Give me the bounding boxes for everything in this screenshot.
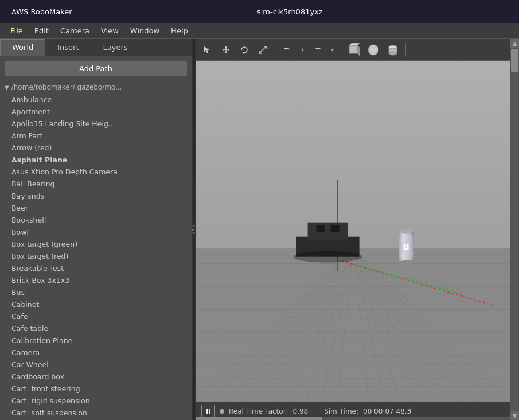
- scroll-thumb[interactable]: [511, 49, 518, 72]
- tab-world[interactable]: World: [0, 39, 45, 56]
- redo-button[interactable]: [309, 42, 326, 58]
- toolbar: ▾ ▾: [196, 39, 510, 61]
- menu-edit[interactable]: Edit: [29, 25, 54, 36]
- progress-bar: [196, 417, 322, 420]
- titlebar: AWS RoboMaker sim-clk5rh081yxz: [0, 0, 519, 23]
- model-bus[interactable]: Bus: [0, 286, 192, 298]
- path-item[interactable]: ▼ /home/robomaker/.gazebo/mo...: [0, 81, 192, 94]
- toolbar-separator-1: [275, 43, 275, 57]
- right-scrollbar[interactable]: ▲ ▼: [510, 39, 519, 420]
- model-cart-front[interactable]: Cart: front steering: [0, 383, 192, 395]
- model-breakable-test[interactable]: Breakable Test: [0, 262, 192, 274]
- model-brick-box[interactable]: Brick Box 3x1x3: [0, 274, 192, 286]
- translate-tool-button[interactable]: [217, 42, 235, 58]
- sim-time-value: 00 00:07 48.3: [363, 407, 411, 415]
- menu-camera[interactable]: Camera: [54, 25, 95, 36]
- model-apartment[interactable]: Apartment: [0, 106, 192, 118]
- svg-marker-5: [349, 43, 360, 45]
- cube-button[interactable]: [345, 42, 363, 58]
- sim-time-label: Sim Time:: [324, 407, 358, 415]
- model-list: ▼ /home/robomaker/.gazebo/mo... Ambulanc…: [0, 81, 192, 420]
- model-arm-part[interactable]: Arm Part: [0, 130, 192, 142]
- status-bar: ⏸ Real Time Factor: 0.98 Sim Time: 00 00…: [196, 402, 510, 420]
- menu-view[interactable]: View: [95, 25, 124, 36]
- real-time-value: 0.98: [292, 407, 308, 415]
- svg-point-11: [389, 52, 397, 55]
- model-bookshelf[interactable]: Bookshelf: [0, 214, 192, 226]
- app-name: AWS RoboMaker: [11, 7, 72, 16]
- sim-id: sim-clk5rh081yxz: [257, 7, 323, 16]
- toolbar-separator-2: [341, 43, 341, 57]
- model-calibration-plane[interactable]: Calibration Plane: [0, 335, 192, 347]
- model-baylands[interactable]: Baylands: [0, 190, 192, 202]
- model-cart-rigid[interactable]: Cart: rigid suspension: [0, 395, 192, 407]
- redo-dropdown[interactable]: ▾: [327, 42, 337, 58]
- scroll-down-button[interactable]: ▼: [510, 411, 519, 420]
- viewport-canvas: [196, 61, 510, 402]
- status-indicator: [220, 409, 224, 414]
- model-cafe[interactable]: Cafe: [0, 310, 192, 322]
- add-path-button[interactable]: Add Path: [5, 61, 187, 76]
- model-apollo15[interactable]: Apollo15 Landing Site Heig...: [0, 118, 192, 130]
- model-car-wheel[interactable]: Car Wheel: [0, 359, 192, 371]
- svg-point-6: [368, 45, 378, 55]
- model-box-target-green[interactable]: Box target (green): [0, 238, 192, 250]
- model-camera[interactable]: Camera: [0, 347, 192, 359]
- menu-help[interactable]: Help: [165, 25, 194, 36]
- main-layout: World Insert Layers Add Path ▼ /home/rob…: [0, 39, 519, 420]
- expand-arrow: ▼: [5, 84, 9, 91]
- svg-rect-3: [349, 45, 357, 53]
- svg-line-2: [259, 46, 266, 53]
- model-ball-bearing[interactable]: Ball Bearing: [0, 178, 192, 190]
- path-label: /home/robomaker/.gazebo/mo...: [11, 83, 122, 91]
- model-arrow-red[interactable]: Arrow (red): [0, 142, 192, 154]
- tab-layers[interactable]: Layers: [91, 39, 140, 56]
- toolbar-separator-3: [405, 43, 406, 57]
- svg-point-10: [389, 45, 397, 49]
- model-box-target-red[interactable]: Box target (red): [0, 250, 192, 262]
- select-tool-button[interactable]: [199, 42, 216, 58]
- left-panel: World Insert Layers Add Path ▼ /home/rob…: [0, 39, 192, 420]
- menu-file[interactable]: File: [5, 25, 29, 36]
- rotate-tool-button[interactable]: [236, 42, 253, 58]
- model-beer[interactable]: Beer: [0, 202, 192, 214]
- sphere-button[interactable]: [364, 42, 383, 58]
- real-time-label: Real Time Factor:: [229, 407, 288, 415]
- model-asphalt-plane[interactable]: Asphalt Plane: [0, 154, 192, 166]
- viewport[interactable]: [196, 61, 510, 402]
- scale-tool-button[interactable]: [254, 42, 271, 58]
- model-cabinet[interactable]: Cabinet: [0, 298, 192, 310]
- menubar: File Edit Camera View Window Help: [0, 23, 519, 39]
- model-cafe-table[interactable]: Cafe table: [0, 322, 192, 335]
- undo-button[interactable]: [279, 42, 296, 58]
- undo-dropdown[interactable]: ▾: [297, 42, 307, 58]
- model-cardboard-box[interactable]: Cardboard box: [0, 371, 192, 383]
- right-panel: ▾ ▾: [196, 39, 510, 420]
- model-asus-camera[interactable]: Asus Xtion Pro Depth Camera: [0, 166, 192, 178]
- menu-window[interactable]: Window: [124, 25, 165, 36]
- model-ambulance[interactable]: Ambulance: [0, 94, 192, 106]
- cylinder-button[interactable]: [384, 42, 402, 58]
- scroll-up-button[interactable]: ▲: [510, 39, 519, 48]
- tab-bar: World Insert Layers: [0, 39, 192, 56]
- model-cart-soft[interactable]: Cart: soft suspension: [0, 407, 192, 419]
- model-bowl[interactable]: Bowl: [0, 226, 192, 238]
- pause-button[interactable]: ⏸: [201, 405, 215, 418]
- tab-insert[interactable]: Insert: [45, 39, 91, 56]
- progress-bar-container[interactable]: [196, 417, 510, 420]
- svg-marker-4: [357, 45, 360, 56]
